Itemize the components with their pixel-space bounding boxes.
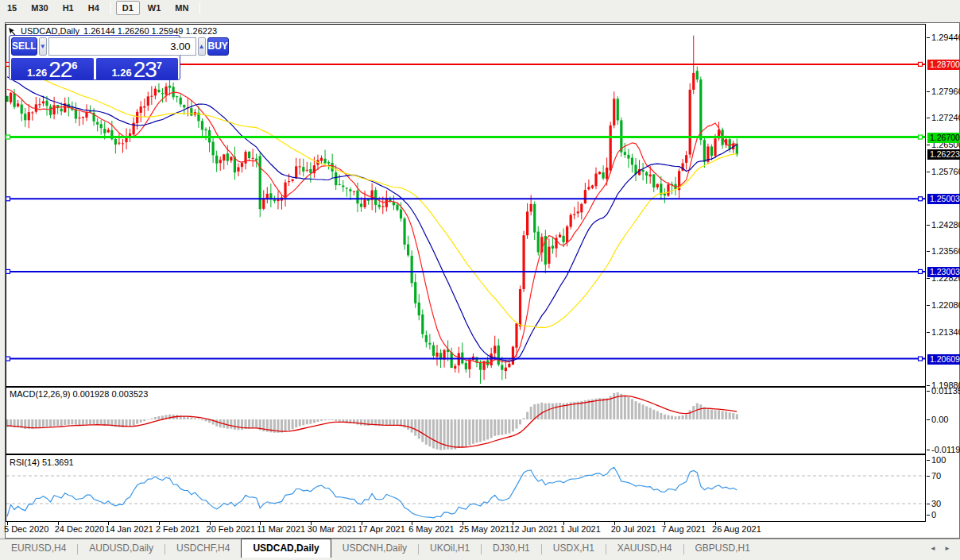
volume-input[interactable]	[48, 37, 196, 56]
chart-tab-bar: ◄ ► EURUSD,H4AUDUSD,DailyUSDCHF,H4USDCAD…	[0, 539, 960, 560]
timeframe-button-h1[interactable]: H1	[56, 1, 80, 15]
date-tick-label: 6 May 2021	[408, 524, 454, 534]
macd-tick-label: 0.00	[931, 415, 948, 424]
timeframe-toolbar: 15M30H1H4D1W1MN	[0, 0, 960, 16]
price-badge: 1.26223	[927, 149, 960, 160]
timeframe-button-w1[interactable]: W1	[141, 1, 168, 15]
tab-scroll-right-icon[interactable]: ►	[944, 545, 954, 552]
axis-tick-mark	[927, 515, 930, 516]
price-tick-label: 1.25760	[931, 167, 960, 176]
price-tick-label: 1.27960	[931, 87, 960, 96]
axis-tick-mark	[927, 504, 930, 504]
date-tick-label: 12 Jun 2021	[509, 524, 558, 534]
mt4-window: 15M30H1H4D1W1MN USDCAD,Daily 1.26144 1.2…	[0, 0, 960, 560]
axis-tick-mark	[927, 419, 930, 420]
rsi-tick-label: 70	[931, 471, 941, 481]
timeframe-button-h4[interactable]: H4	[82, 1, 106, 15]
axis-tick-mark	[927, 391, 930, 392]
axis-tick-mark	[927, 385, 930, 386]
sell-button[interactable]: SELL	[11, 37, 37, 56]
axis-tick-mark	[927, 278, 930, 279]
axis-tick-mark	[927, 37, 930, 38]
timeframe-button-mn[interactable]: MN	[168, 1, 195, 15]
price-tick-label: 1.27240	[931, 113, 960, 122]
date-tick-label: 7 Aug 2021	[661, 524, 706, 534]
date-tick-label: 24 Dec 2020	[55, 524, 104, 534]
axis-tick-mark	[927, 476, 930, 477]
tab-dj30-h1[interactable]: DJ30,H1	[482, 539, 541, 557]
date-tick-label: 2 Feb 2021	[156, 524, 200, 534]
buy-price-big: 23	[134, 60, 157, 79]
rsi-tick-label: 100	[931, 455, 946, 465]
macd-indicator-label: MACD(12,26,9) 0.001928 0.003523	[10, 389, 148, 399]
date-tick-label: 30 Mar 2021	[308, 524, 357, 534]
date-tick-label: 25 May 2021	[459, 524, 510, 534]
date-tick-label: 26 Aug 2021	[712, 524, 761, 534]
buy-price-prefix: 1.26	[111, 66, 131, 79]
rsi-panel[interactable]	[6, 455, 926, 522]
rsi-tick-label: 0	[931, 510, 936, 519]
price-badge: 1.26700	[927, 133, 960, 143]
price-badge: 1.25003	[927, 194, 960, 204]
macd-tick-label: 0.01135	[931, 386, 960, 396]
price-tick-label: 1.29440	[931, 33, 960, 42]
macd-tick-label: -0.01190	[931, 445, 960, 454]
toolbar-separator	[199, 2, 200, 14]
volume-decrease-icon[interactable]: ▼	[39, 37, 47, 56]
price-tick-label: 1.22080	[931, 300, 960, 310]
chart-window[interactable]: USDCAD,Daily 1.26144 1.26260 1.25949 1.2…	[5, 22, 960, 539]
tab-gbpusd-h1[interactable]: GBPUSD,H1	[684, 539, 761, 557]
rsi-indicator-label: RSI(14) 51.3691	[10, 458, 74, 467]
sell-price-big: 22	[48, 60, 72, 79]
date-tick-label: 20 Feb 2021	[207, 524, 256, 534]
timeframe-button-m30[interactable]: M30	[25, 1, 54, 15]
axis-tick-mark	[927, 251, 930, 252]
buy-price-box[interactable]: 1.26 23 7	[96, 58, 179, 80]
price-badge: 1.23003	[927, 267, 960, 277]
tab-audusd-daily[interactable]: AUDUSD,Daily	[78, 539, 165, 557]
axis-tick-mark	[927, 460, 930, 461]
sell-price-prefix: 1.26	[27, 66, 47, 79]
axis-tick-mark	[927, 225, 930, 226]
sell-price-box[interactable]: 1.26 22 6	[11, 58, 94, 80]
price-tick-label: 1.23560	[931, 246, 960, 256]
tab-ukoil-h1[interactable]: UKOil,H1	[419, 539, 481, 557]
axis-tick-mark	[927, 118, 930, 118]
tab-usdcnh-daily[interactable]: USDCNH,Daily	[331, 539, 418, 557]
timeframe-button-15[interactable]: 15	[1, 1, 23, 15]
price-badge: 1.20609	[927, 354, 960, 365]
volume-increase-icon[interactable]: ▲	[198, 37, 206, 56]
axis-tick-mark	[927, 450, 930, 450]
tab-scroll-arrows[interactable]: ◄ ►	[930, 545, 954, 552]
timeframe-button-d1[interactable]: D1	[116, 1, 140, 15]
tab-usdcad-daily[interactable]: USDCAD,Daily	[241, 539, 331, 558]
axis-tick-mark	[927, 145, 930, 145]
rsi-tick-label: 30	[931, 499, 941, 508]
tab-xauusd-h4[interactable]: XAUUSD,H4	[606, 539, 683, 557]
one-click-trading-widget: SELL ▼ ▲ BUY 1.26 22 6 1.26 23 7	[9, 35, 180, 80]
price-badge: 1.28700	[927, 60, 960, 70]
cursor-arrow-icon	[8, 27, 17, 36]
tab-usdchf-h4[interactable]: USDCHF,H4	[165, 539, 241, 557]
price-tick-label: 1.21340	[931, 327, 960, 337]
price-tick-label: 1.24280	[931, 220, 960, 230]
sell-price-pip: 6	[72, 62, 77, 70]
toolbar-separator	[110, 2, 111, 14]
buy-price-pip: 7	[157, 62, 162, 70]
date-tick-label: 11 Mar 2021	[257, 524, 305, 534]
axis-tick-mark	[927, 172, 930, 172]
axis-tick-mark	[927, 305, 930, 306]
date-tick-label: 1 Jul 2021	[560, 524, 601, 534]
axis-tick-mark	[927, 91, 930, 92]
tab-usdx-h1[interactable]: USDX,H1	[542, 539, 606, 557]
tab-scroll-left-icon[interactable]: ◄	[930, 545, 939, 552]
date-tick-label: 5 Dec 2020	[4, 524, 48, 534]
buy-button[interactable]: BUY	[207, 37, 229, 56]
date-tick-label: 14 Jan 2021	[105, 524, 153, 534]
date-tick-label: 20 Jul 2021	[611, 524, 656, 534]
chart-canvas[interactable]	[6, 24, 926, 522]
axis-tick-mark	[927, 332, 930, 333]
tab-eurusd-h4[interactable]: EURUSD,H4	[0, 539, 77, 557]
date-tick-label: 17 Apr 2021	[358, 524, 405, 534]
